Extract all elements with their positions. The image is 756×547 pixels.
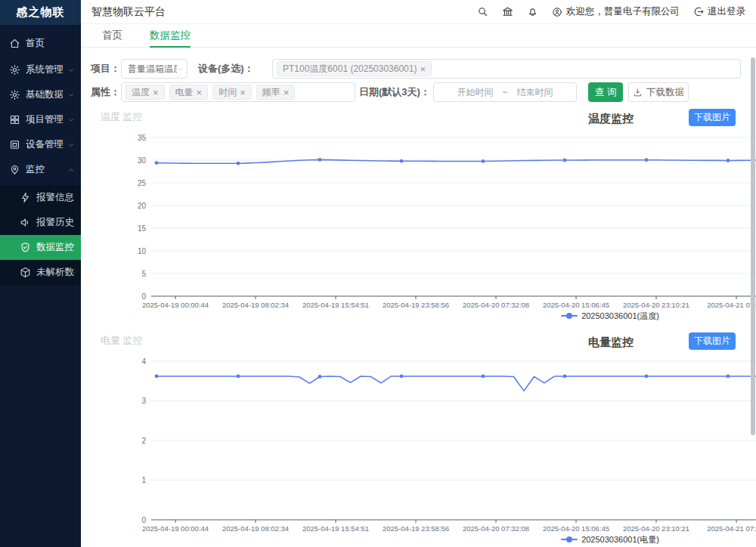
sidebar-item-data-monitor[interactable]: 数据监控 xyxy=(0,235,81,260)
project-select[interactable]: 普量温箱温度... xyxy=(121,59,187,79)
device-label: 设备(多选)： xyxy=(198,59,254,79)
app-logo: 感之物联 xyxy=(0,0,81,25)
attr-tag-label: 电量 xyxy=(175,86,194,99)
download-data-label: 下载数据 xyxy=(646,86,684,99)
search-icon[interactable] xyxy=(477,6,488,17)
temperature-chart-legend[interactable]: 202503036001(温度) xyxy=(504,310,716,322)
vertical-scrollbar[interactable] xyxy=(751,57,755,435)
sidebar-item-monitor[interactable]: 监控 xyxy=(0,157,81,182)
attr-tag-label: 温度 xyxy=(132,86,150,99)
sidebar-item-label: 监控 xyxy=(26,163,67,176)
svg-text:2025-04-19 08:02:34: 2025-04-19 08:02:34 xyxy=(222,301,289,309)
project-label: 项目： xyxy=(91,59,120,79)
close-icon[interactable]: × xyxy=(153,88,159,97)
map-pin-icon xyxy=(9,164,20,175)
sidebar-item-basic-data[interactable]: 基础数据 xyxy=(0,82,81,107)
tab-bar: 首页 数据监控 xyxy=(81,24,756,48)
date-label: 日期(默认3天)： xyxy=(359,82,430,102)
svg-text:2025-04-20 15:06:45: 2025-04-20 15:06:45 xyxy=(543,301,609,309)
app-window: 感之物联 首页 系统管理 基础数据 项目管理 xyxy=(0,0,756,547)
sidebar-item-label: 首页 xyxy=(26,37,75,50)
sidebar-item-project[interactable]: 项目管理 xyxy=(0,107,81,132)
cube-icon xyxy=(20,267,31,278)
device-multiselect-input[interactable]: PT100温度6001 (202503036001) × xyxy=(272,59,741,79)
svg-text:2025-04-19 23:58:56: 2025-04-19 23:58:56 xyxy=(383,524,449,533)
svg-text:30: 30 xyxy=(138,156,147,165)
close-icon[interactable]: × xyxy=(284,88,290,97)
attr-tag-label: 时间 xyxy=(218,86,237,99)
svg-text:25: 25 xyxy=(138,179,147,187)
temperature-chart-canvas: 051015202530352025-04-19 00:00:442025-04… xyxy=(81,130,756,319)
battery-chart-canvas: 012342025-04-19 00:00:442025-04-19 08:02… xyxy=(81,354,756,542)
close-icon[interactable]: × xyxy=(240,88,246,97)
query-button[interactable]: 查 询 xyxy=(588,82,623,102)
chevron-down-icon xyxy=(177,65,184,73)
svg-text:2025-04-20 15:06:45: 2025-04-20 15:06:45 xyxy=(543,524,609,533)
bank-icon[interactable] xyxy=(502,6,513,17)
close-icon[interactable]: × xyxy=(420,64,426,74)
sidebar-item-label: 报警信息 xyxy=(36,191,75,204)
sidebar-item-label: 项目管理 xyxy=(26,113,67,126)
sidebar-item-alarm-history[interactable]: 报警历史 xyxy=(0,210,81,235)
sidebar-item-unparsed-data[interactable]: 未解析数据 xyxy=(0,260,81,285)
download-image-button[interactable]: 下载图片 xyxy=(689,109,736,126)
sidebar-item-label: 设备管理 xyxy=(26,138,67,151)
attr-multiselect-input[interactable]: 温度× 电量× 时间× 频率× xyxy=(121,82,355,102)
tab-data-monitor[interactable]: 数据监控 xyxy=(150,24,191,48)
svg-text:20: 20 xyxy=(138,202,147,210)
chevron-down-icon xyxy=(67,116,75,124)
attr-tag[interactable]: 电量× xyxy=(169,85,209,100)
download-image-button[interactable]: 下载图片 xyxy=(689,332,736,350)
bell-icon[interactable] xyxy=(527,6,538,17)
battery-section-label: 电量 监控 xyxy=(101,334,143,348)
sidebar-submenu-monitor: 报警信息 报警历史 数据监控 未解析数据 xyxy=(0,185,81,285)
sidebar-item-home[interactable]: 首页 xyxy=(0,31,81,56)
attr-tag[interactable]: 时间× xyxy=(212,85,252,100)
legend-label: 202503036001(温度) xyxy=(581,311,659,322)
sidebar-item-label: 未解析数据 xyxy=(36,266,75,279)
svg-text:2025-04-20 23:10:21: 2025-04-20 23:10:21 xyxy=(623,524,689,533)
download-data-button[interactable]: 下载数据 xyxy=(628,82,689,102)
svg-text:2025-04-20 07:32:08: 2025-04-20 07:32:08 xyxy=(463,301,529,309)
svg-text:0: 0 xyxy=(141,292,146,301)
sidebar-item-alarm-info[interactable]: 报警信息 xyxy=(0,185,81,210)
lightning-icon xyxy=(20,192,31,203)
logout-button[interactable]: 退出登录 xyxy=(693,5,745,18)
user-menu[interactable]: 欢迎您，普量电子有限公司 xyxy=(552,5,680,18)
legend-line-icon xyxy=(561,536,578,542)
device-icon xyxy=(9,139,20,150)
tab-home[interactable]: 首页 xyxy=(102,24,122,48)
svg-text:5: 5 xyxy=(141,270,146,278)
svg-text:35: 35 xyxy=(138,134,147,142)
sidebar-item-label: 系统管理 xyxy=(26,63,67,76)
device-tag[interactable]: PT100温度6001 (202503036001) × xyxy=(277,61,432,76)
attr-tag[interactable]: 温度× xyxy=(125,85,165,100)
date-end-input[interactable] xyxy=(511,87,559,97)
svg-text:15: 15 xyxy=(138,224,147,233)
logout-icon xyxy=(693,6,705,17)
battery-chart-legend[interactable]: 202503036001(电量) xyxy=(504,533,716,545)
svg-text:2: 2 xyxy=(141,437,146,445)
shield-check-icon xyxy=(20,242,31,253)
attr-tag-label: 频率 xyxy=(262,86,280,99)
home-icon xyxy=(9,38,20,49)
date-range-picker[interactable]: ~ xyxy=(433,82,577,102)
attr-tag[interactable]: 频率× xyxy=(256,85,296,100)
logout-label: 退出登录 xyxy=(708,5,745,18)
grid-icon xyxy=(9,114,20,125)
gear-icon xyxy=(9,89,20,100)
attr-label: 属性： xyxy=(91,82,120,102)
legend-label: 202503036001(电量) xyxy=(581,534,659,545)
sidebar-item-device[interactable]: 设备管理 xyxy=(0,132,81,157)
project-select-value: 普量温箱温度... xyxy=(128,63,177,76)
chevron-down-icon xyxy=(67,141,75,149)
device-tag-label: PT100温度6001 (202503036001) xyxy=(283,63,417,76)
close-icon[interactable]: × xyxy=(197,88,203,97)
gear-icon xyxy=(9,64,20,76)
svg-text:2025-04-19 15:54:51: 2025-04-19 15:54:51 xyxy=(302,301,369,309)
svg-text:2025-04-19 23:58:56: 2025-04-19 23:58:56 xyxy=(383,301,449,309)
date-start-input[interactable] xyxy=(451,87,499,97)
sidebar-item-system[interactable]: 系统管理 xyxy=(0,57,81,82)
user-icon xyxy=(552,7,562,17)
speaker-icon xyxy=(20,217,31,228)
